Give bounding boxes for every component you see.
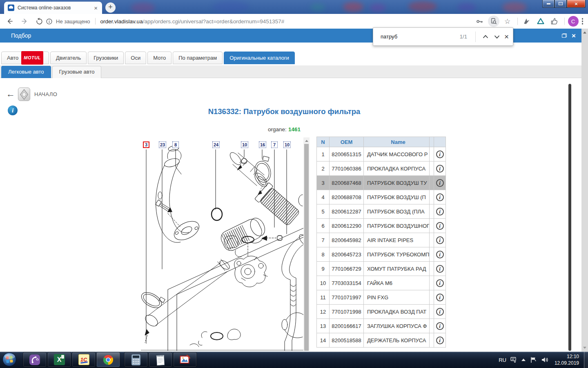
diagram-callout-3[interactable]: 3 xyxy=(143,141,149,148)
table-row[interactable]: 138200166617ЗАГЛУШКА КОРПУСА Фi xyxy=(317,319,446,333)
subtab-2[interactable]: Грузовые авто xyxy=(52,66,102,78)
forward-button[interactable] xyxy=(20,16,29,26)
cell-oem: 8200612290 xyxy=(330,219,364,233)
back-button[interactable] xyxy=(5,16,15,26)
table-row[interactable]: 107703033154ГАЙКА М6i xyxy=(317,276,446,290)
language-indicator[interactable]: RU xyxy=(499,357,506,363)
table-row[interactable]: 127701071998ПРОКЛАДКА ВОЗД ПАТi xyxy=(317,305,446,319)
content-scrollbar-thumb[interactable] xyxy=(568,84,571,351)
table-row[interactable]: 48200688708ПАТРУБОК ВОЗДУШ (Пi xyxy=(317,190,446,204)
info-icon[interactable]: i xyxy=(436,150,444,158)
cell-info: i xyxy=(434,319,446,333)
extension-button-3[interactable] xyxy=(549,16,560,27)
clock[interactable]: 12:10 12.09.2019 xyxy=(555,353,579,366)
window-minimize-button[interactable] xyxy=(542,0,555,8)
find-close-button[interactable]: × xyxy=(504,32,509,41)
tab-1[interactable]: АвтоMOTUL xyxy=(1,52,49,64)
diagram-callout-24[interactable]: 24 xyxy=(212,141,220,148)
find-query-input[interactable]: патруб xyxy=(381,34,460,40)
scroll-up-arrow-icon[interactable] xyxy=(583,31,586,34)
page-scrollbar[interactable] xyxy=(581,29,588,352)
app-restore-icon[interactable] xyxy=(562,34,567,38)
find-in-page-button[interactable] xyxy=(488,16,499,27)
info-icon[interactable]: i xyxy=(436,208,444,215)
site-info-icon[interactable] xyxy=(46,18,53,25)
info-icon[interactable]: i xyxy=(436,294,444,301)
info-icon[interactable]: i xyxy=(436,193,444,201)
keyboard-layout-button[interactable] xyxy=(510,357,517,363)
table-row[interactable]: 18200651315ДАТЧИК МАССОВОГО Рi xyxy=(317,147,446,162)
profile-avatar[interactable]: C xyxy=(568,16,579,27)
app-close-icon[interactable]: × xyxy=(572,32,576,39)
taskbar-viber-button[interactable] xyxy=(23,352,47,367)
info-icon[interactable]: i xyxy=(436,308,444,316)
action-center-button[interactable] xyxy=(530,357,537,363)
new-tab-button[interactable]: + xyxy=(105,2,116,13)
diagram-callout-7[interactable]: 7 xyxy=(271,141,278,148)
taskbar-1c-button[interactable]: 1С xyxy=(72,352,96,367)
browser-tab[interactable]: Система online-заказов × xyxy=(4,2,102,14)
show-desktop-button[interactable] xyxy=(584,352,588,368)
find-previous-button[interactable] xyxy=(480,31,491,43)
diagram-callout-10[interactable]: 10 xyxy=(283,141,291,148)
tab-7[interactable]: Оригинальные каталоги xyxy=(224,52,295,64)
table-row[interactable]: 88200645723ПАТРУБОК ТУРБОКОМПi xyxy=(317,247,446,262)
address-bar[interactable]: Не защищено order.vladislav.ua/app/order… xyxy=(46,14,284,29)
table-row[interactable]: 58200612287ПАТРУБОК ВОЗД (ПЛАi xyxy=(317,204,446,219)
subtab-1[interactable]: Легковые авто xyxy=(1,66,51,78)
info-icon[interactable]: i xyxy=(436,222,444,230)
renault-logo[interactable] xyxy=(18,88,30,101)
info-icon[interactable]: i xyxy=(436,337,444,344)
table-row[interactable]: 97701066729ХОМУТ ПАТРУБКА РАДi xyxy=(317,262,446,276)
table-row[interactable]: 78200645982AIR INTAKE PIPESi xyxy=(317,233,446,247)
reload-button[interactable] xyxy=(34,16,44,26)
info-icon[interactable]: i xyxy=(436,265,444,273)
scroll-up-arrow-icon[interactable] xyxy=(305,140,308,142)
tab-2[interactable]: Двигатель xyxy=(50,52,87,64)
diagram-callout-10[interactable]: 10 xyxy=(241,141,248,148)
table-row[interactable]: 38200687468ПАТРУБОК ВОЗДУШ ТУi xyxy=(317,176,446,190)
show-hidden-icons-button[interactable] xyxy=(521,359,526,361)
diagram-callout-8[interactable]: 8 xyxy=(172,141,179,148)
tab-3[interactable]: Грузовики xyxy=(88,52,124,64)
info-icon[interactable]: i xyxy=(436,179,444,187)
info-icon[interactable]: i xyxy=(436,236,444,244)
diagram-callout-23[interactable]: 23 xyxy=(159,141,166,148)
tab-4[interactable]: Оси xyxy=(125,52,146,64)
password-key-button[interactable] xyxy=(474,16,486,27)
info-icon[interactable]: i xyxy=(436,251,444,258)
cell-info: i xyxy=(434,333,446,348)
info-icon[interactable]: i xyxy=(436,165,444,173)
parts-diagram[interactable]: 3238241016710 xyxy=(141,137,303,351)
start-button[interactable] xyxy=(2,352,16,366)
taskbar-calculator-button[interactable] xyxy=(124,352,148,367)
bookmark-star-button[interactable]: ☆ xyxy=(502,16,513,27)
diagram-scrollbar[interactable] xyxy=(303,137,310,351)
info-icon[interactable]: i xyxy=(436,279,444,287)
window-close-button[interactable]: × xyxy=(567,0,586,8)
browser-menu-button[interactable] xyxy=(582,18,584,25)
window-maximize-button[interactable] xyxy=(555,0,567,8)
table-row[interactable]: 27701060386ПРОКЛАДКА КОРПУСАi xyxy=(317,162,446,176)
volume-button[interactable] xyxy=(541,357,548,363)
taskbar-picture-manager-button[interactable] xyxy=(173,352,197,367)
tab-5[interactable]: Мото xyxy=(147,52,172,64)
info-icon[interactable]: i xyxy=(436,322,444,330)
extension-button-2[interactable] xyxy=(535,16,546,27)
taskbar-notepad-button[interactable] xyxy=(149,352,172,367)
extension-button-1[interactable] xyxy=(521,16,532,27)
table-row[interactable]: 148200518588ДЕРЖАТЕЛЬ КОРПУСАi xyxy=(317,333,446,348)
find-next-button[interactable] xyxy=(491,31,503,43)
diagram-scrollbar-thumb[interactable] xyxy=(304,144,309,351)
breadcrumb[interactable]: НАЧАЛО xyxy=(34,91,57,97)
find-bar[interactable]: патруб 1/1 × xyxy=(373,27,513,46)
taskbar-excel-button[interactable]: X xyxy=(47,352,71,367)
catalog-back-button[interactable]: ← xyxy=(6,89,15,99)
table-row[interactable]: 117701071997PIN FXGi xyxy=(317,290,446,305)
table-row[interactable]: 68200612290ПАТРУБОК ВОЗДУШНОГi xyxy=(317,219,446,233)
tab-close-icon[interactable]: × xyxy=(93,5,98,11)
taskbar-chrome-button[interactable] xyxy=(96,352,120,367)
diagram-callout-16[interactable]: 16 xyxy=(259,141,266,148)
scroll-down-arrow-icon[interactable] xyxy=(583,347,586,349)
tab-6[interactable]: По параметрам xyxy=(173,52,223,64)
